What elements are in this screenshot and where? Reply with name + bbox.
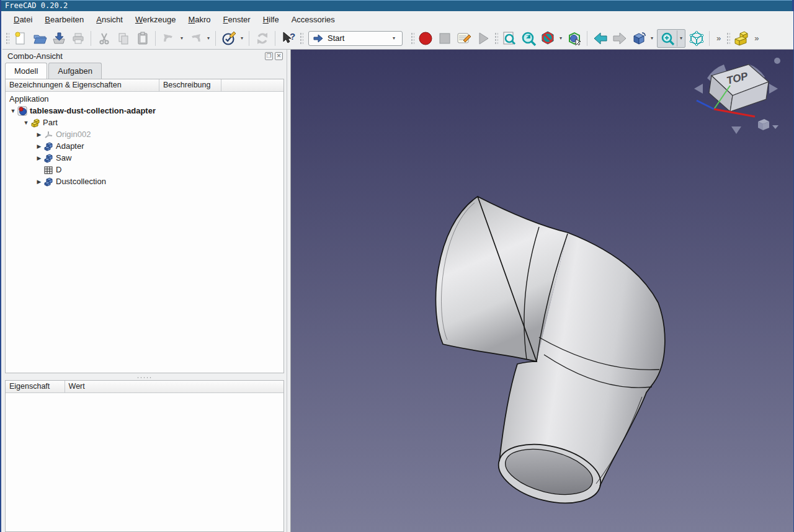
navigate-back-button[interactable] — [591, 29, 610, 48]
nav-right-arrow[interactable] — [769, 84, 778, 94]
nav-left-arrow[interactable] — [694, 84, 703, 94]
validate-dropdown[interactable]: ▾ — [238, 35, 246, 41]
open-document-button[interactable] — [30, 29, 49, 48]
axonometric-button[interactable] — [687, 29, 706, 48]
undo-dropdown[interactable]: ▾ — [178, 35, 185, 41]
print-button[interactable] — [68, 29, 87, 48]
3d-viewport[interactable]: TOP — [291, 50, 793, 532]
toolbar-handle[interactable] — [410, 32, 414, 45]
freecad-document-icon — [17, 106, 27, 116]
freecad-window: FreeCAD 0.20.2 Datei Bearbeiten Ansicht … — [0, 0, 794, 532]
clipboard-icon — [135, 31, 150, 46]
toolbar-handle[interactable] — [726, 32, 730, 45]
menu-bearbeiten[interactable]: Bearbeiten — [38, 12, 90, 27]
copy-button[interactable] — [114, 29, 133, 48]
record-icon — [417, 30, 434, 47]
toolbar-handle[interactable] — [5, 32, 9, 45]
tree-row-part[interactable]: ▼ Part — [6, 117, 283, 128]
zoom-tool-button-pressed[interactable]: ▾ — [657, 29, 685, 48]
menu-werkzeuge[interactable]: Werkzeuge — [129, 12, 182, 27]
zoom-tool-dropdown[interactable]: ▾ — [677, 35, 685, 41]
draw-style-button[interactable] — [538, 29, 557, 48]
macro-stop-button[interactable] — [435, 29, 454, 48]
bounding-box-button[interactable] — [564, 29, 584, 48]
refresh-button[interactable] — [252, 29, 272, 48]
isometric-view-dropdown[interactable]: ▾ — [648, 35, 656, 41]
toolbar-handle[interactable] — [299, 32, 303, 45]
tree-item-label: Origin002 — [56, 130, 91, 139]
menu-datei[interactable]: Datei — [7, 12, 38, 27]
collapse-arrow-icon[interactable]: ▶ — [35, 155, 43, 161]
save-document-button[interactable] — [49, 29, 68, 48]
back-arrow-icon — [592, 30, 609, 47]
tree-header-description[interactable]: Beschreibung — [159, 79, 221, 91]
macro-play-button[interactable] — [473, 29, 493, 48]
tree-header-labels[interactable]: Bezeichnungen & Eigenschaften — [6, 79, 159, 91]
nav-down-arrow[interactable] — [731, 126, 741, 134]
tree-root[interactable]: Applikation — [6, 93, 283, 105]
validate-sketch-button[interactable] — [219, 29, 238, 48]
workbench-dropdown-arrow: ▾ — [390, 35, 398, 41]
close-panel-button[interactable]: ✕ — [275, 52, 283, 60]
menu-accessories[interactable]: Accessories — [285, 12, 341, 27]
property-header-value[interactable]: Wert — [65, 381, 283, 392]
part-workbench-button[interactable] — [731, 29, 751, 48]
tree-row-saw[interactable]: ▶ Saw — [6, 152, 283, 164]
tree-row-adapter[interactable]: ▶ Adapter — [6, 140, 283, 152]
zoom-tool-icon-area[interactable] — [658, 29, 677, 48]
tree-row-document[interactable]: ▼ tablesaw-dust-collection-adapter — [6, 105, 283, 117]
title-bar[interactable]: FreeCAD 0.20.2 — [1, 0, 792, 11]
axonometric-cube-icon — [689, 30, 705, 47]
redo-dropdown[interactable]: ▾ — [205, 35, 212, 41]
paste-button[interactable] — [133, 29, 152, 48]
expand-arrow-icon[interactable]: ▼ — [9, 108, 17, 114]
toolbar-overflow-left[interactable]: » — [713, 33, 725, 43]
tree-row-origin[interactable]: ▶ Origin002 — [6, 128, 283, 140]
expand-arrow-icon[interactable]: ▼ — [22, 120, 30, 126]
panel-splitter[interactable] — [5, 375, 284, 380]
refresh-icon — [255, 31, 270, 46]
draw-style-dropdown[interactable]: ▾ — [557, 35, 564, 41]
navigation-cube[interactable]: TOP — [692, 55, 785, 140]
tree-header-row: Bezeichnungen & Eigenschaften Beschreibu… — [6, 79, 283, 92]
isometric-view-button[interactable] — [629, 29, 648, 48]
tree-row-dustcollection[interactable]: ▶ Dustcollection — [6, 175, 283, 187]
nav-mini-cube[interactable] — [758, 119, 778, 130]
undo-button[interactable] — [159, 29, 178, 48]
tab-aufgaben[interactable]: Aufgaben — [48, 63, 102, 79]
property-header-name[interactable]: Eigenschaft — [6, 381, 65, 392]
toolbar-separator — [709, 31, 710, 46]
collapse-arrow-icon[interactable]: ▶ — [35, 143, 43, 149]
tab-modell[interactable]: Modell — [5, 63, 47, 79]
nav-dot[interactable] — [774, 58, 780, 64]
collapse-arrow-icon[interactable]: ▶ — [35, 131, 43, 138]
dock-splitter[interactable] — [287, 50, 291, 532]
float-panel-button[interactable]: ❐ — [265, 52, 273, 60]
menu-ansicht[interactable]: Ansicht — [90, 12, 129, 27]
toolbar-separator — [215, 31, 216, 46]
macro-record-button[interactable] — [416, 29, 435, 48]
new-document-button[interactable] — [11, 29, 30, 48]
cut-button[interactable] — [94, 29, 114, 48]
toolbar-handle[interactable] — [494, 32, 498, 45]
redo-button[interactable] — [185, 29, 205, 48]
solid-body-icon — [43, 141, 53, 151]
toolbar-overflow-right[interactable]: » — [751, 33, 762, 43]
navigate-forward-button[interactable] — [610, 29, 629, 48]
nav-menu-dropdown[interactable] — [772, 125, 778, 129]
nav-cube-body[interactable]: TOP — [697, 64, 769, 117]
solid-body-icon — [43, 153, 53, 163]
tree-row-spreadsheet[interactable]: D — [6, 164, 283, 175]
combo-view-panel: Combo-Ansicht ❐ ✕ Modell Aufgaben Bezeic… — [2, 50, 287, 532]
zoom-selection-button[interactable] — [519, 29, 538, 48]
collapse-arrow-icon[interactable]: ▶ — [35, 179, 43, 185]
whats-this-button[interactable]: ? — [279, 29, 298, 48]
workbench-selector[interactable]: Start ▾ — [308, 31, 403, 46]
copy-icon — [116, 31, 131, 46]
menu-fenster[interactable]: Fenster — [217, 12, 257, 27]
fit-all-button[interactable] — [499, 29, 519, 48]
menu-makro[interactable]: Makro — [182, 12, 216, 27]
menu-hilfe[interactable]: Hilfe — [257, 12, 285, 27]
macro-edit-button[interactable] — [454, 29, 473, 48]
scissors-icon — [97, 31, 112, 46]
